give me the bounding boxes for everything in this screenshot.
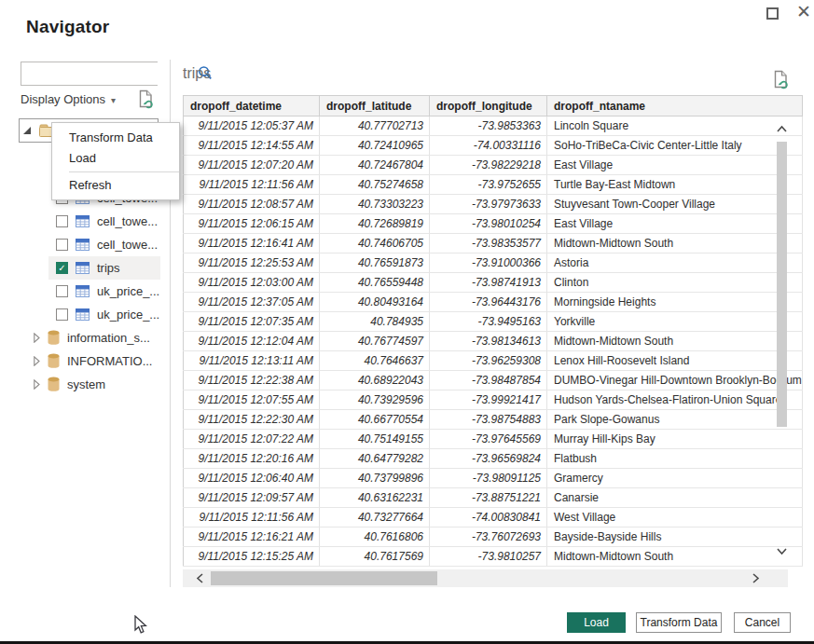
table-row: 9/11/2015 12:07:35 AM40.784935-73.949516… xyxy=(184,312,803,332)
display-options-label: Display Options xyxy=(21,92,105,106)
cancel-button[interactable]: Cancel xyxy=(734,612,791,633)
cell-dropoff_ntaname: Turtle Bay-East Midtown xyxy=(547,175,803,195)
cell-dropoff_datetime: 9/11/2015 12:07:55 AM xyxy=(184,391,320,410)
close-icon[interactable]: ✕ xyxy=(793,2,814,22)
cell-dropoff_latitude: 40.80493164 xyxy=(320,293,430,312)
cell-dropoff_datetime: 9/11/2015 12:13:11 AM xyxy=(184,351,320,371)
cell-dropoff_longitude: -73.98353577 xyxy=(430,234,547,253)
cell-dropoff_ntaname: East Village xyxy=(547,214,803,234)
cell-dropoff_ntaname: Hudson Yards-Chelsea-Flatiron-Union Squa… xyxy=(547,391,803,410)
cell-dropoff_ntaname: West Village xyxy=(547,508,803,528)
tree-item-label: information_s... xyxy=(67,331,150,345)
preview-table-header-row: dropoff_datetimedropoff_latitudedropoff_… xyxy=(184,96,803,116)
cell-dropoff_ntaname: Astoria xyxy=(547,253,803,273)
horizontal-scrollbar[interactable] xyxy=(183,569,788,587)
horizontal-scrollbar-thumb[interactable] xyxy=(211,571,437,585)
cell-dropoff_ntaname: Flatbush xyxy=(547,449,803,469)
menu-item-transform-data[interactable]: Transform Data xyxy=(52,128,179,148)
cell-dropoff_longitude: -74.00331116 xyxy=(430,136,547,156)
tree-item-uk-price-[interactable]: uk_price_... xyxy=(48,303,160,326)
column-header-dropoff_longitude: dropoff_longitude xyxy=(430,96,547,116)
tree-item-label: trips xyxy=(97,261,120,275)
checkbox[interactable] xyxy=(56,285,68,297)
checkbox[interactable] xyxy=(56,215,68,227)
cell-dropoff_datetime: 9/11/2015 12:03:00 AM xyxy=(184,273,320,293)
cell-dropoff_datetime: 9/11/2015 12:06:40 AM xyxy=(184,469,320,488)
menu-item-load[interactable]: Load xyxy=(52,148,179,169)
chevron-right-icon[interactable] xyxy=(34,356,40,366)
cell-dropoff_datetime: 9/11/2015 12:05:37 AM xyxy=(184,116,320,136)
cell-dropoff_ntaname: Lenox Hill-Roosevelt Island xyxy=(547,351,803,371)
tree-item-cell-towe-[interactable]: cell_towe... xyxy=(48,210,160,233)
table-icon xyxy=(76,239,90,251)
cell-dropoff_datetime: 9/11/2015 12:12:04 AM xyxy=(184,332,320,351)
cell-dropoff_datetime: 9/11/2015 12:14:55 AM xyxy=(184,136,320,156)
table-icon xyxy=(76,215,90,227)
menu-item-refresh[interactable]: Refresh xyxy=(52,175,179,196)
cell-dropoff_ntaname: Midtown-Midtown South xyxy=(547,547,803,567)
scroll-left-icon[interactable] xyxy=(194,572,206,584)
cell-dropoff_latitude: 40.784935 xyxy=(320,312,430,332)
cell-dropoff_longitude: -73.76072693 xyxy=(430,528,547,547)
cell-dropoff_longitude: -73.91000366 xyxy=(430,253,547,273)
checkbox[interactable] xyxy=(56,308,68,321)
tree-item-label: uk_price_... xyxy=(97,308,159,322)
tree-item-trips[interactable]: ✓trips xyxy=(48,256,160,280)
cell-dropoff_ntaname: DUMBO-Vinegar Hill-Downtown Brooklyn-Boe… xyxy=(547,371,803,391)
checkbox[interactable] xyxy=(56,239,68,251)
scroll-down-icon[interactable] xyxy=(776,545,788,557)
refresh-preview-icon[interactable] xyxy=(137,89,155,111)
tree-item-information-s-[interactable]: information_s... xyxy=(19,326,160,349)
cell-dropoff_latitude: 40.75149155 xyxy=(320,430,430,449)
checkbox[interactable]: ✓ xyxy=(56,262,68,274)
cell-dropoff_longitude: -73.9752655 xyxy=(430,175,547,195)
load-button[interactable]: Load xyxy=(567,612,626,633)
cell-dropoff_ntaname: Lincoln Square xyxy=(547,116,803,136)
cell-dropoff_ntaname: Midtown-Midtown South xyxy=(547,332,803,351)
table-row: 9/11/2015 12:22:30 AM40.66770554-73.9875… xyxy=(184,410,803,430)
cell-dropoff_datetime: 9/11/2015 12:11:56 AM xyxy=(184,508,320,528)
cell-dropoff_ntaname: Murray Hill-Kips Bay xyxy=(547,430,803,449)
table-row: 9/11/2015 12:16:21 AM40.7616806-73.76072… xyxy=(184,528,803,547)
chevron-right-icon[interactable] xyxy=(34,379,40,390)
tree-item-informatio-[interactable]: INFORMATIO... xyxy=(19,349,160,373)
tree-item-system[interactable]: system xyxy=(19,373,160,396)
scroll-up-icon[interactable] xyxy=(776,123,788,135)
table-row: 9/11/2015 12:11:56 AM40.73277664-74.0083… xyxy=(184,508,803,528)
cell-dropoff_latitude: 40.73277664 xyxy=(320,508,430,528)
cell-dropoff_latitude: 40.7617569 xyxy=(320,547,430,567)
tree-item-cell-towe-[interactable]: cell_towe... xyxy=(48,233,160,256)
cell-dropoff_longitude: -73.98741913 xyxy=(430,273,547,293)
tree-item-label: system xyxy=(67,377,105,391)
refresh-preview-icon[interactable] xyxy=(772,70,790,91)
cell-dropoff_ntaname: Yorkville xyxy=(547,312,803,332)
cell-dropoff_latitude: 40.7646637 xyxy=(320,351,430,371)
cell-dropoff_datetime: 9/11/2015 12:09:57 AM xyxy=(184,488,320,508)
maximize-icon[interactable] xyxy=(766,7,779,20)
search-box[interactable] xyxy=(21,62,158,86)
cell-dropoff_datetime: 9/11/2015 12:37:05 AM xyxy=(184,293,320,312)
cell-dropoff_latitude: 40.73303223 xyxy=(320,195,430,214)
cell-dropoff_latitude: 40.73929596 xyxy=(320,391,430,410)
column-header-dropoff_ntaname: dropoff_ntaname xyxy=(547,96,803,116)
cell-dropoff_latitude: 40.73799896 xyxy=(320,469,430,488)
tree-item-label: cell_towe... xyxy=(97,214,158,228)
column-header-dropoff_latitude: dropoff_latitude xyxy=(320,96,430,116)
chevron-down-icon: ▾ xyxy=(111,95,116,105)
cell-dropoff_latitude: 40.72689819 xyxy=(320,214,430,234)
tree-item-uk-price-[interactable]: uk_price_... xyxy=(48,280,160,303)
transform-data-button[interactable]: Transform Data xyxy=(636,612,722,633)
table-row: 9/11/2015 12:37:05 AM40.80493164-73.9644… xyxy=(184,293,803,312)
chevron-right-icon[interactable] xyxy=(34,333,40,343)
tree-item-label: cell_towe... xyxy=(97,238,158,252)
vertical-scrollbar[interactable] xyxy=(775,116,789,566)
cell-dropoff_longitude: -73.98229218 xyxy=(430,156,547,175)
table-row: 9/11/2015 12:14:55 AM40.72410965-74.0033… xyxy=(184,136,803,156)
display-options-dropdown[interactable]: Display Options▾ xyxy=(21,92,116,106)
cell-dropoff_datetime: 9/11/2015 12:16:21 AM xyxy=(184,528,320,547)
preview-title: trips xyxy=(183,65,211,82)
expander-expanded-icon[interactable] xyxy=(23,127,32,135)
scroll-right-icon[interactable] xyxy=(750,572,762,584)
cell-dropoff_latitude: 40.75274658 xyxy=(320,175,430,195)
vertical-scrollbar-thumb[interactable] xyxy=(777,142,787,427)
